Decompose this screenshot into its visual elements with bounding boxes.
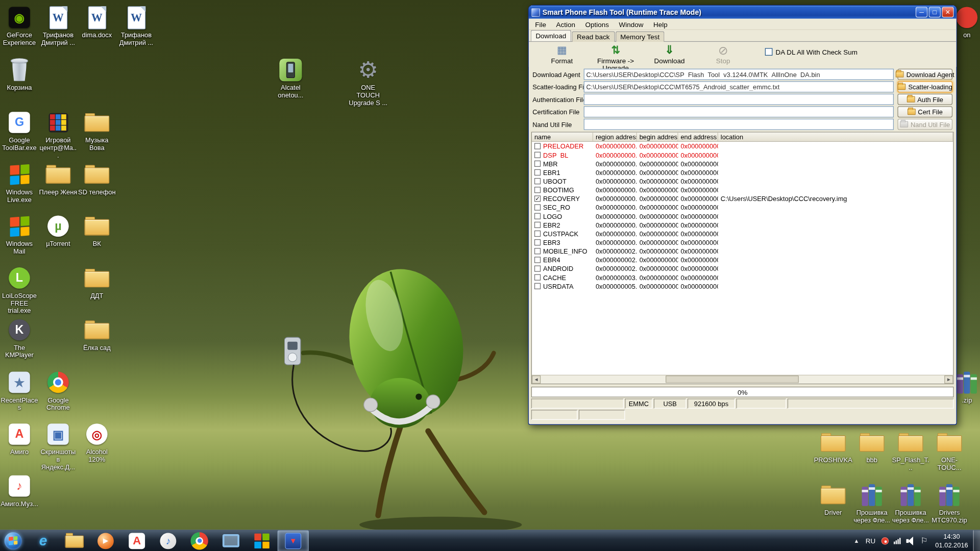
desktop-icon-amigo-music[interactable]: ♪Амиго.Муз... — [0, 473, 39, 507]
desktop-icon-bbb-folder[interactable]: bbb — [852, 430, 891, 463]
partition-checkbox[interactable] — [534, 257, 541, 263]
partition-checkbox[interactable] — [534, 204, 541, 210]
desktop-icon-alcatel-onetouch[interactable]: Alcatel onetou... — [271, 58, 310, 99]
certification-input[interactable] — [584, 106, 894, 117]
partition-row-mobile_info[interactable]: MOBILE_INFO0x000000002...0x000000000...0… — [532, 247, 953, 256]
column-header-name[interactable]: name — [532, 133, 593, 141]
desktop-icon-trifanov-doc-2[interactable]: WТрифанов Дмитрий ... — [117, 5, 156, 46]
checksum-checkbox[interactable]: DA DL All With Check Sum — [765, 48, 857, 56]
desktop-icon-sd-telefon[interactable]: SD телефон — [78, 162, 116, 195]
partition-checkbox[interactable] — [534, 152, 541, 158]
column-header-begin-address[interactable]: begin address — [637, 133, 678, 141]
partition-checkbox[interactable] — [534, 213, 541, 219]
download-agent-input[interactable] — [584, 69, 894, 80]
partition-checkbox[interactable] — [534, 187, 541, 193]
column-header-end-address[interactable]: end address — [678, 133, 718, 141]
partition-row-ebr4[interactable]: EBR40x000000002...0x000000000...0x000000… — [532, 256, 953, 264]
minimize-button[interactable]: ─ — [916, 7, 927, 17]
desktop-icon-game-center[interactable]: Игровой центр@Ma... — [39, 110, 78, 159]
menu-file[interactable]: File — [530, 19, 551, 29]
partition-checkbox[interactable] — [534, 161, 541, 167]
desktop-icon-proshivka-folder[interactable]: PROSHIVKA — [814, 430, 852, 463]
clock[interactable]: 14:30 01.02.2016 — [930, 532, 973, 549]
partition-row-logo[interactable]: LOGO0x000000000...0x000000000...0x000000… — [532, 212, 953, 220]
desktop-icon-amigo[interactable]: AАмиго — [0, 422, 39, 456]
partition-row-ebr1[interactable]: EBR10x000000000...0x000000000...0x000000… — [532, 168, 953, 177]
hidden-icons-arrow[interactable]: ▲ — [850, 538, 862, 544]
scrollbar-track[interactable] — [541, 375, 944, 384]
partition-row-preloader[interactable]: PRELOADER0x000000000...0x000000000...0x0… — [532, 142, 953, 151]
desktop-icon-onetouch-upgrade[interactable]: ⚙ONE TOUCH Upgrade S ... — [349, 58, 387, 107]
scrollbar-thumb[interactable] — [666, 375, 799, 383]
desktop-icon-muzyka-vova[interactable]: Музыка Вова — [78, 110, 116, 152]
column-header-location[interactable]: location — [718, 133, 953, 141]
certification-browse-button[interactable]: Cert File — [897, 106, 952, 117]
partition-row-dsp_bl[interactable]: DSP_BL0x000000000...0x000000000...0x0000… — [532, 151, 953, 159]
tab-memory-test[interactable]: Memory Test — [616, 31, 665, 42]
desktop-icon-geforce-experience[interactable]: ◉GeForce Experience — [0, 5, 39, 46]
partition-checkbox[interactable] — [534, 248, 541, 254]
desktop-icon-google-chrome[interactable]: Google Chrome — [39, 370, 78, 411]
partition-checkbox[interactable] — [534, 239, 541, 245]
desktop-icon-windows-mail[interactable]: Windows Mail — [0, 214, 39, 255]
taskbar-app-internet-explorer[interactable]: e — [28, 530, 59, 551]
desktop-icon-alcohol-120[interactable]: ◎Alcohol 120% — [78, 422, 116, 463]
partition-row-ebr3[interactable]: EBR30x000000000...0x000000000...0x000000… — [532, 238, 953, 247]
taskbar-app-amigo[interactable]: A — [121, 530, 153, 551]
partition-checkbox[interactable] — [534, 283, 541, 289]
scroll-right-button[interactable]: ► — [944, 375, 953, 384]
desktop-icon-trifanov-doc-1[interactable]: WТрифанов Дмитрий ... — [39, 5, 78, 46]
partition-row-bootimg[interactable]: BOOTIMG0x000000000...0x000000000...0x000… — [532, 186, 953, 194]
desktop-icon-recycle-bin[interactable]: Корзина — [0, 58, 39, 91]
partition-checkbox[interactable] — [534, 143, 541, 149]
partition-row-custpack[interactable]: CUSTPACK0x000000000...0x000000000...0x00… — [532, 229, 953, 238]
desktop-icon-driver-folder[interactable]: Driver — [814, 482, 852, 516]
notification-icon[interactable] — [881, 537, 889, 544]
taskbar-app-chrome[interactable] — [184, 530, 215, 551]
desktop-icon-proshivka-rar-2[interactable]: Прошивка через Фле... — [891, 482, 930, 523]
firmware-upgrade-button[interactable]: Firmware -> Upgrade — [589, 43, 642, 71]
tab-read-back[interactable]: Read back — [572, 31, 615, 42]
desktop-icon-one-touch-folder[interactable]: ONE-TOUC... — [930, 430, 969, 471]
start-button[interactable] — [0, 530, 26, 551]
taskbar-app-colors[interactable] — [246, 530, 277, 551]
show-desktop-button[interactable] — [973, 530, 980, 551]
taskbar-app-explorer[interactable] — [59, 530, 90, 551]
desktop-icon-drivers-mtc970[interactable]: Drivers MTC970.zip — [930, 482, 969, 523]
partition-row-cache[interactable]: CACHE0x000000003...0x000000000...0x00000… — [532, 273, 953, 282]
partition-row-mbr[interactable]: MBR0x000000000...0x000000000...0x0000000… — [532, 159, 953, 168]
desktop-icon-pleer-zhenya[interactable]: Плеер Женя — [39, 162, 78, 195]
desktop-icon-yandex-screenshots[interactable]: ▣Скриншоты в Яндекс.Д... — [39, 422, 78, 471]
volume-icon[interactable] — [906, 537, 915, 545]
scatter-loading-input[interactable] — [584, 81, 894, 92]
partition-checkbox[interactable] — [534, 178, 541, 184]
desktop-icon-proshivka-rar-1[interactable]: Прошивка через Фле... — [852, 482, 891, 523]
menu-action[interactable]: Action — [551, 19, 580, 29]
menu-help[interactable]: Help — [648, 19, 672, 29]
nand-util-input[interactable] — [584, 119, 894, 130]
maximize-button[interactable]: □ — [929, 7, 941, 17]
column-header-region-address[interactable]: region address — [593, 133, 637, 141]
desktop-icon-yolka-sad[interactable]: Ёлка сад — [78, 317, 116, 351]
desktop-icon-dima-doc[interactable]: Wdima.docx — [78, 5, 116, 39]
format-button[interactable]: Format — [535, 43, 589, 71]
partition-checkbox[interactable] — [534, 231, 541, 237]
partition-row-ebr2[interactable]: EBR20x000000000...0x000000000...0x000000… — [532, 220, 953, 229]
taskbar-app-music[interactable]: ♪ — [153, 530, 184, 551]
partition-checkbox[interactable] — [534, 222, 541, 228]
desktop-icon-kmplayer[interactable]: KThe KMPlayer — [0, 317, 39, 359]
authentication-input[interactable] — [584, 94, 894, 105]
desktop-icon-google-toolbar[interactable]: GGoogle ToolBar.exe — [0, 110, 39, 152]
taskbar-app-snip[interactable] — [215, 530, 246, 551]
partition-checkbox[interactable] — [534, 265, 541, 271]
desktop-icon-windows-live[interactable]: Windows Live.exe — [0, 162, 39, 203]
language-indicator[interactable]: RU — [863, 537, 879, 544]
partition-row-uboot[interactable]: UBOOT0x000000000...0x000000000...0x00000… — [532, 177, 953, 186]
window-title-bar[interactable]: Smart Phone Flash Tool (Runtime Trace Mo… — [529, 6, 957, 19]
download-agent-browse-button[interactable]: Download Agent — [897, 69, 952, 80]
desktop-icon-recent-places[interactable]: ★RecentPlaces — [0, 370, 39, 411]
authentication-browse-button[interactable]: Auth File — [897, 94, 952, 105]
partition-row-usrdata[interactable]: USRDATA0x000000005...0x000000000...0x000… — [532, 282, 953, 290]
download-button[interactable]: Download — [643, 43, 696, 71]
desktop-icon-ddt-folder[interactable]: ДДТ — [78, 265, 116, 299]
